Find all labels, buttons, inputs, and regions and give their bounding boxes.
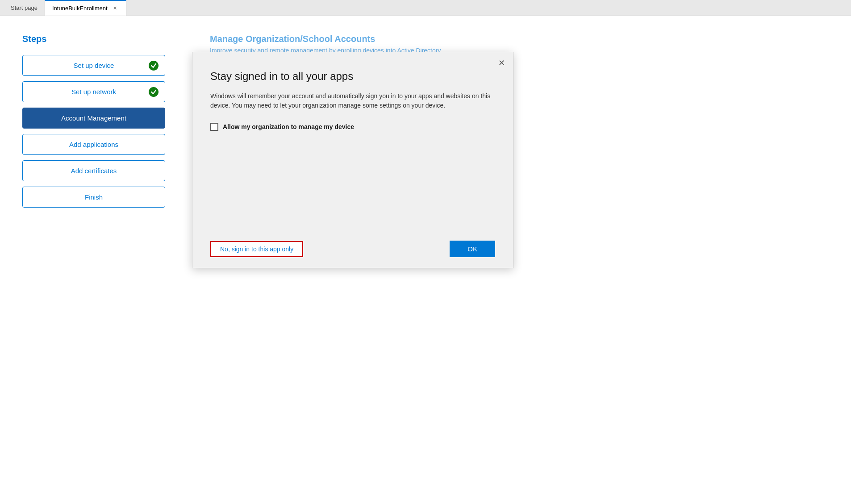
browser-chrome: Start page IntuneBulkEnrollment ✕ [0, 0, 851, 16]
tab-close-icon[interactable]: ✕ [111, 4, 119, 12]
sidebar: Steps Set up device Set up network [0, 16, 188, 504]
step-set-up-network[interactable]: Set up network [22, 81, 165, 102]
manage-device-label: Allow my organization to manage my devic… [223, 123, 354, 130]
svg-point-0 [149, 61, 159, 71]
step-account-management[interactable]: Account Management [22, 108, 165, 129]
tab-intune-bulk-enrollment[interactable]: IntuneBulkEnrollment ✕ [45, 0, 126, 16]
check-icon-device [149, 61, 159, 71]
dialog-title: Stay signed in to all your apps [210, 70, 495, 83]
dialog-footer: No, sign in to this app only OK [192, 233, 513, 268]
dialog-close-button[interactable]: ✕ [495, 57, 508, 69]
main-content: Steps Set up device Set up network [0, 16, 851, 504]
step-set-up-device[interactable]: Set up device [22, 55, 165, 76]
stay-signed-in-dialog: ✕ Stay signed in to all your apps Window… [192, 52, 513, 268]
ok-button[interactable]: OK [450, 241, 495, 257]
manage-device-checkbox-row: Allow my organization to manage my devic… [210, 123, 495, 131]
sidebar-title: Steps [22, 34, 165, 44]
step-add-certificates[interactable]: Add certificates [22, 160, 165, 181]
svg-point-1 [149, 87, 159, 97]
step-finish[interactable]: Finish [22, 187, 165, 208]
no-sign-in-app-only-button[interactable]: No, sign in to this app only [210, 241, 303, 257]
manage-device-checkbox[interactable] [210, 123, 218, 131]
step-add-applications[interactable]: Add applications [22, 134, 165, 155]
tab-start-page[interactable]: Start page [4, 0, 45, 16]
check-icon-network [149, 87, 159, 97]
dialog-body: Stay signed in to all your apps Windows … [192, 52, 513, 233]
dialog-description: Windows will remember your account and a… [210, 92, 495, 110]
right-content: Manage Organization/School Accounts Impr… [188, 16, 851, 504]
